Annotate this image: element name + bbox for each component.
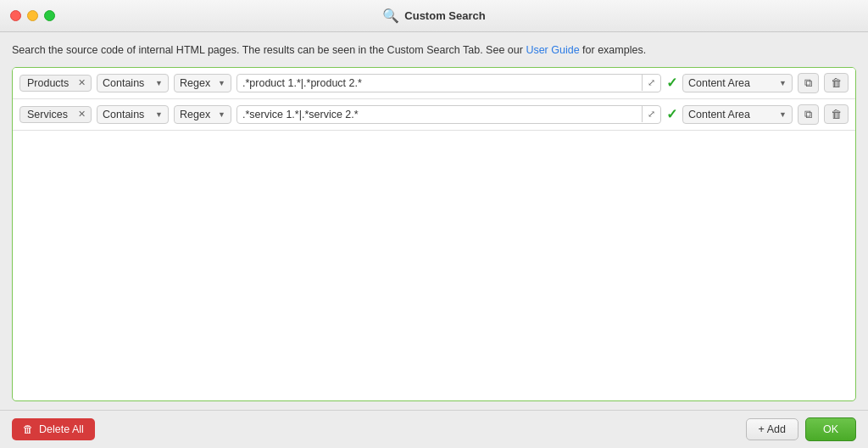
delete-all-button[interactable]: 🗑 Delete All: [12, 418, 95, 440]
add-button[interactable]: + Add: [746, 418, 798, 440]
area-dropdown-row1[interactable]: Content Area ▼: [682, 74, 793, 92]
expand-button-row1[interactable]: ⤢: [642, 75, 660, 91]
titlebar: 🔍 Custom Search: [0, 0, 868, 32]
mode-arrow-row1: ▼: [218, 79, 225, 87]
pattern-input-row2[interactable]: [237, 106, 642, 123]
description-suffix: for examples.: [580, 44, 647, 56]
tag-label-services: Services: [27, 109, 73, 120]
tag-remove-services[interactable]: ✕: [76, 109, 87, 119]
tag-pill-products: Products ✕: [19, 75, 92, 92]
window-title: 🔍 Custom Search: [382, 8, 485, 24]
minimize-button[interactable]: [27, 10, 38, 21]
pattern-input-group-row1: ⤢: [236, 74, 661, 92]
delete-all-label: Delete All: [39, 423, 84, 435]
tag-pill-services: Services ✕: [19, 106, 92, 123]
condition-arrow-row1: ▼: [155, 79, 163, 87]
delete-button-row1[interactable]: 🗑: [824, 73, 849, 92]
condition-value-row1: Contains: [103, 77, 144, 89]
mode-dropdown-row1[interactable]: Regex ▼: [174, 74, 231, 92]
description-text: Search the source code of internal HTML …: [12, 42, 856, 59]
search-rows-container: Products ✕ Contains ▼ Regex ▼ ⤢ ✓ Conten…: [12, 67, 856, 401]
description-prefix: Search the source code of internal HTML …: [12, 44, 526, 56]
area-value-row1: Content Area: [688, 77, 750, 89]
valid-indicator-row1: ✓: [666, 75, 677, 91]
pattern-input-group-row2: ⤢: [236, 105, 661, 124]
bottom-right-actions: + Add OK: [746, 417, 856, 441]
search-row: Products ✕ Contains ▼ Regex ▼ ⤢ ✓ Conten…: [13, 68, 855, 99]
window-title-text: Custom Search: [404, 9, 485, 22]
expand-button-row2[interactable]: ⤢: [642, 106, 660, 122]
area-dropdown-row2[interactable]: Content Area ▼: [682, 105, 793, 124]
valid-indicator-row2: ✓: [666, 106, 677, 122]
app-icon: 🔍: [382, 8, 399, 24]
duplicate-button-row1[interactable]: ⧉: [798, 73, 819, 93]
maximize-button[interactable]: [44, 10, 55, 21]
area-arrow-row2: ▼: [779, 110, 787, 119]
mode-dropdown-row2[interactable]: Regex ▼: [174, 105, 231, 124]
delete-icon: 🗑: [23, 423, 34, 435]
delete-button-row2[interactable]: 🗑: [824, 104, 849, 124]
condition-arrow-row2: ▼: [155, 110, 163, 119]
tag-label-products: Products: [27, 77, 73, 89]
condition-dropdown-row1[interactable]: Contains ▼: [97, 74, 169, 92]
tag-remove-products[interactable]: ✕: [76, 78, 87, 87]
window-controls: [10, 10, 55, 21]
mode-value-row2: Regex: [180, 109, 210, 120]
area-arrow-row1: ▼: [779, 79, 787, 87]
condition-dropdown-row2[interactable]: Contains ▼: [97, 105, 169, 124]
mode-arrow-row2: ▼: [218, 110, 225, 119]
condition-value-row2: Contains: [103, 109, 144, 120]
ok-button[interactable]: OK: [805, 417, 856, 441]
empty-area: [13, 131, 855, 400]
duplicate-button-row2[interactable]: ⧉: [798, 104, 819, 125]
area-value-row2: Content Area: [688, 109, 750, 120]
bottom-bar: 🗑 Delete All + Add OK: [0, 410, 868, 448]
search-row: Services ✕ Contains ▼ Regex ▼ ⤢ ✓ Conten…: [13, 99, 855, 131]
close-button[interactable]: [10, 10, 21, 21]
mode-value-row1: Regex: [180, 77, 210, 89]
main-content: Search the source code of internal HTML …: [0, 32, 868, 410]
pattern-input-row1[interactable]: [237, 75, 642, 92]
user-guide-link[interactable]: User Guide: [526, 44, 579, 56]
